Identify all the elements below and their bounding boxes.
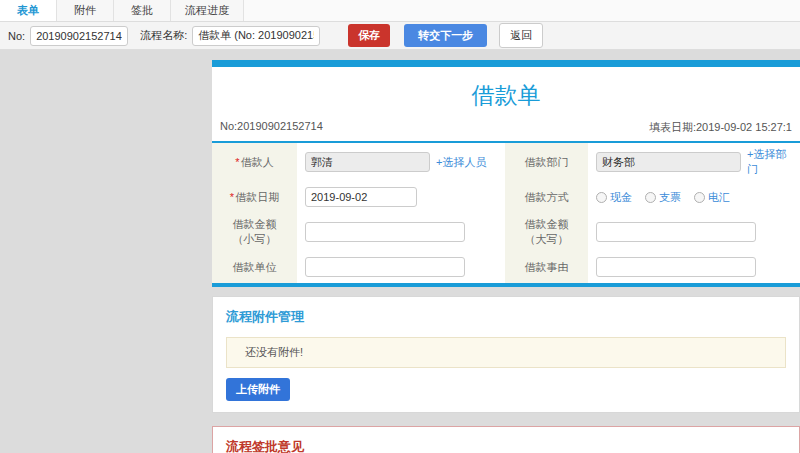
approval-title: 流程签批意见 bbox=[226, 438, 786, 453]
save-button[interactable]: 保存 bbox=[348, 24, 390, 47]
form-doc-no: No:20190902152714 bbox=[220, 120, 323, 135]
command-bar: No: 流程名称: 保存 转交下一步 返回 bbox=[0, 22, 800, 50]
tab-attachments[interactable]: 附件 bbox=[57, 0, 114, 21]
upload-attachment-button[interactable]: 上传附件 bbox=[226, 378, 290, 401]
department-input[interactable] bbox=[596, 152, 741, 172]
loan-date-label-cell: *借款日期 bbox=[212, 181, 297, 213]
tab-form[interactable]: 表单 bbox=[0, 0, 57, 21]
amount-big-input[interactable] bbox=[596, 222, 756, 242]
no-input[interactable] bbox=[30, 26, 128, 46]
form-grid: *借款人 +选择人员 借款部门 +选择部门 *借款日期 借款方式 现金 bbox=[212, 141, 800, 283]
borrower-input[interactable] bbox=[305, 152, 430, 172]
radio-cheque-icon bbox=[645, 192, 656, 203]
radio-cash[interactable]: 现金 bbox=[596, 190, 632, 205]
no-attachments-message: 还没有附件! bbox=[226, 337, 786, 368]
department-label-cell: 借款部门 bbox=[505, 143, 588, 181]
tab-bar: 表单 附件 签批 流程进度 bbox=[0, 0, 800, 22]
process-name-label: 流程名称: bbox=[140, 28, 187, 43]
back-button[interactable]: 返回 bbox=[499, 23, 543, 48]
tab-approval[interactable]: 签批 bbox=[114, 0, 171, 21]
tab-progress[interactable]: 流程进度 bbox=[171, 0, 244, 21]
unit-input[interactable] bbox=[305, 257, 465, 277]
attachments-card: 流程附件管理 还没有附件! 上传附件 bbox=[212, 296, 800, 413]
amount-small-label-cell: 借款金额（小写） bbox=[212, 213, 297, 251]
no-label: No: bbox=[8, 30, 25, 42]
reason-label-cell: 借款事由 bbox=[505, 251, 588, 283]
form-title: 借款单 bbox=[212, 67, 800, 120]
borrower-label-cell: *借款人 bbox=[212, 143, 297, 181]
amount-small-input[interactable] bbox=[305, 222, 465, 242]
amount-big-label-cell: 借款金额（大写） bbox=[505, 213, 588, 251]
form-bottom-bar bbox=[212, 283, 800, 287]
unit-label-cell: 借款单位 bbox=[212, 251, 297, 283]
radio-wire[interactable]: 电汇 bbox=[694, 190, 730, 205]
loan-form-card: 借款单 No:20190902152714 填表日期:2019-09-02 15… bbox=[212, 60, 800, 287]
loan-date-input[interactable] bbox=[305, 187, 417, 207]
radio-cash-icon bbox=[596, 192, 607, 203]
reason-input[interactable] bbox=[596, 257, 756, 277]
select-department-link[interactable]: +选择部门 bbox=[747, 147, 792, 177]
form-top-bar bbox=[212, 60, 800, 67]
attachments-title: 流程附件管理 bbox=[226, 308, 786, 326]
select-person-link[interactable]: +选择人员 bbox=[436, 155, 486, 170]
content-area: 借款单 No:20190902152714 填表日期:2019-09-02 15… bbox=[0, 50, 800, 453]
form-fill-date: 填表日期:2019-09-02 15:27:1 bbox=[649, 120, 792, 135]
method-label-cell: 借款方式 bbox=[505, 181, 588, 213]
radio-wire-icon bbox=[694, 192, 705, 203]
forward-next-step-button[interactable]: 转交下一步 bbox=[404, 24, 487, 47]
approval-card: 流程签批意见 B I abc bbox=[212, 426, 800, 453]
radio-cheque[interactable]: 支票 bbox=[645, 190, 681, 205]
process-name-input[interactable] bbox=[192, 26, 320, 46]
